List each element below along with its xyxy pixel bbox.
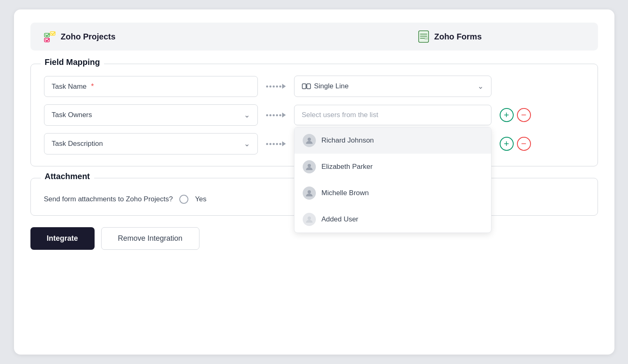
arrow-connector-1 bbox=[266, 84, 286, 89]
dot bbox=[279, 143, 281, 145]
arrow-head bbox=[282, 113, 286, 117]
task-name-field: Task Name * bbox=[44, 76, 258, 97]
dot bbox=[276, 114, 278, 116]
right-app: Zoho Forms bbox=[314, 30, 585, 43]
dot bbox=[273, 85, 275, 88]
integrate-button[interactable]: Integrate bbox=[30, 227, 95, 250]
single-line-label: Single Line bbox=[302, 82, 349, 90]
list-item[interactable]: Added User bbox=[294, 206, 491, 233]
svg-point-12 bbox=[308, 190, 311, 194]
add-row-button[interactable]: + bbox=[500, 108, 514, 122]
arrow-head bbox=[282, 84, 286, 89]
field-mapping-section: Field Mapping Task Name * bbox=[30, 64, 598, 166]
dot bbox=[266, 114, 268, 116]
dot bbox=[276, 85, 278, 88]
dot bbox=[279, 85, 281, 88]
user-avatar-icon bbox=[305, 136, 313, 145]
dot bbox=[269, 114, 271, 116]
svg-rect-9 bbox=[307, 84, 311, 89]
arrow-connector-2 bbox=[266, 113, 286, 117]
list-item[interactable]: Elizabeth Parker bbox=[294, 154, 491, 180]
task-owners-field[interactable]: Task Owners ⌄ bbox=[44, 104, 258, 126]
user-name: Elizabeth Parker bbox=[322, 163, 373, 171]
dot bbox=[266, 85, 268, 88]
remove-row-button-2[interactable]: − bbox=[517, 137, 531, 151]
avatar bbox=[303, 160, 316, 173]
arrow-head bbox=[282, 141, 286, 146]
left-app: Zoho Projects bbox=[44, 30, 314, 43]
dot bbox=[279, 114, 281, 116]
list-item[interactable]: Michelle Brown bbox=[294, 180, 491, 206]
header-bar: Zoho Projects Zoho Forms bbox=[30, 23, 598, 51]
avatar bbox=[303, 134, 316, 147]
yes-radio[interactable] bbox=[179, 195, 188, 204]
yes-label: Yes bbox=[195, 195, 206, 203]
field-mapping-title: Field Mapping bbox=[41, 57, 104, 68]
left-app-name: Zoho Projects bbox=[61, 32, 116, 41]
svg-point-13 bbox=[308, 217, 311, 220]
list-item[interactable]: Richard Johnson bbox=[294, 127, 491, 154]
svg-rect-8 bbox=[302, 84, 306, 89]
svg-point-11 bbox=[308, 164, 311, 167]
chevron-down-icon: ⌄ bbox=[244, 111, 250, 120]
avatar bbox=[303, 213, 316, 226]
chevron-down-icon: ⌄ bbox=[244, 139, 250, 148]
user-name: Richard Johnson bbox=[322, 136, 374, 145]
dot bbox=[269, 85, 271, 88]
single-line-icon bbox=[302, 83, 311, 90]
add-remove-buttons: + − bbox=[500, 108, 531, 122]
svg-rect-7 bbox=[424, 37, 428, 39]
dot bbox=[273, 143, 275, 145]
dot bbox=[266, 143, 268, 145]
dot bbox=[276, 143, 278, 145]
arrow-connector-3 bbox=[266, 141, 286, 146]
remove-row-button[interactable]: − bbox=[517, 108, 531, 122]
dot bbox=[273, 114, 275, 116]
attachment-title: Attachment bbox=[41, 171, 94, 182]
user-avatar-icon bbox=[305, 215, 313, 223]
zoho-forms-icon bbox=[417, 30, 430, 43]
task-description-label: Task Description bbox=[52, 140, 103, 148]
add-row-button-2[interactable]: + bbox=[500, 137, 514, 151]
zoho-projects-icon bbox=[44, 30, 57, 43]
add-remove-buttons-2: + − bbox=[500, 137, 531, 151]
task-owners-label: Task Owners bbox=[52, 111, 92, 119]
user-avatar-icon bbox=[305, 163, 313, 171]
dot bbox=[269, 143, 271, 145]
svg-rect-3 bbox=[419, 31, 429, 42]
main-container: Zoho Projects Zoho Forms Field Mapping T… bbox=[14, 9, 614, 355]
user-avatar-icon bbox=[305, 189, 313, 197]
avatar bbox=[303, 187, 316, 200]
single-line-field[interactable]: Single Line ⌄ bbox=[294, 76, 491, 97]
svg-point-10 bbox=[308, 138, 311, 141]
remove-integration-button[interactable]: Remove Integration bbox=[101, 227, 199, 250]
required-marker: * bbox=[91, 82, 94, 90]
task-name-label: Task Name * bbox=[52, 82, 94, 91]
user-dropdown-list: Richard Johnson Elizabeth Parker Michell… bbox=[294, 127, 491, 233]
user-name: Added User bbox=[322, 215, 359, 223]
user-search-input[interactable] bbox=[294, 105, 491, 125]
attachment-label: Send form attachments to Zoho Projects? bbox=[44, 195, 173, 203]
right-app-name: Zoho Forms bbox=[434, 32, 482, 41]
user-name: Michelle Brown bbox=[322, 189, 369, 197]
task-description-field[interactable]: Task Description ⌄ bbox=[44, 133, 258, 154]
task-name-row: Task Name * Single Line bbox=[44, 76, 584, 97]
chevron-down-icon: ⌄ bbox=[477, 82, 484, 91]
user-dropdown-container: Richard Johnson Elizabeth Parker Michell… bbox=[294, 105, 491, 125]
task-owners-row: Task Owners ⌄ bbox=[44, 104, 584, 126]
